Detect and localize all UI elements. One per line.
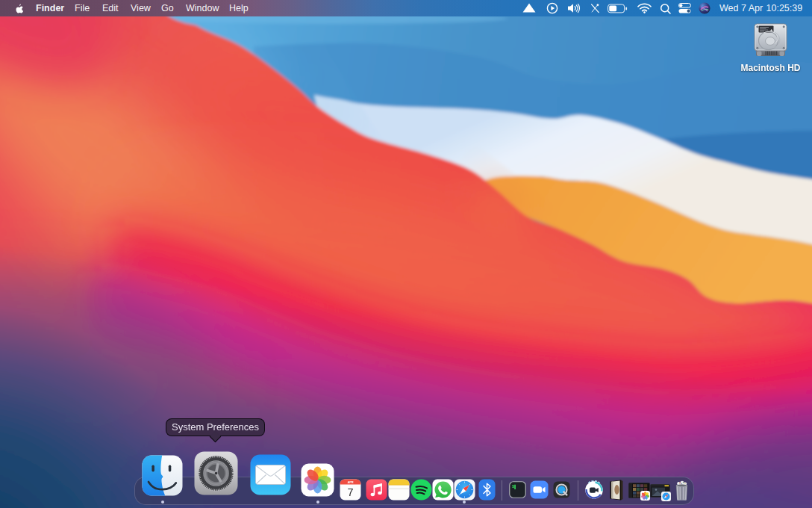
svg-text:$▌: $▌ xyxy=(512,484,517,489)
svg-text:7: 7 xyxy=(347,486,353,498)
svg-text:APR: APR xyxy=(347,480,353,484)
